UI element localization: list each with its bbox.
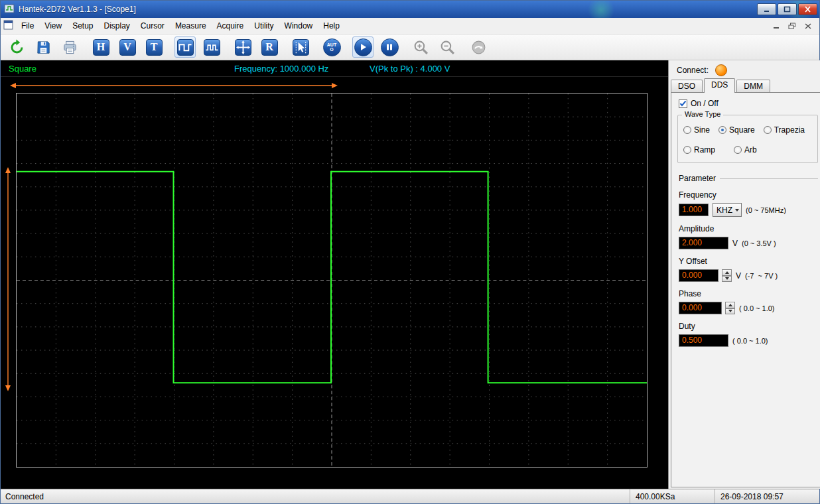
vpp-readout: V(Pk to Pk) : 4.000 V (370, 64, 450, 74)
phase-spinner (725, 302, 735, 314)
dds-tab-page: On / Off Wave Type Sine Square (671, 92, 820, 487)
app-icon (4, 3, 15, 16)
phase-spin-up[interactable] (725, 302, 735, 308)
phase-spin-down[interactable] (725, 308, 735, 315)
mdi-minimize-icon (773, 23, 780, 29)
menu-help[interactable]: Help (318, 19, 345, 33)
radio-sine[interactable]: Sine (683, 125, 710, 135)
radio-arb[interactable]: Arb (734, 145, 757, 155)
menu-setup[interactable]: Setup (67, 19, 98, 33)
period-cursor[interactable] (10, 82, 338, 90)
title-bar: Hantek-2D72 Ver1.1.3 - [Scope1] (1, 1, 819, 18)
scope-display[interactable] (1, 77, 668, 489)
amplitude-range: (0 ~ 3.5V ) (742, 239, 776, 247)
y-offset-spin-up[interactable] (722, 269, 732, 276)
display-settings-button[interactable] (232, 36, 253, 58)
menu-view[interactable]: View (39, 19, 67, 33)
mdi-minimize-button[interactable] (769, 20, 784, 32)
radio-square[interactable]: Square (718, 125, 755, 135)
menu-acquire[interactable]: Acquire (212, 19, 249, 33)
start-button[interactable] (352, 36, 374, 58)
zoom-out-button[interactable] (437, 36, 458, 58)
radio-ramp-label: Ramp (694, 145, 715, 155)
radio-square-label: Square (729, 125, 755, 135)
mdi-restore-button[interactable] (785, 20, 799, 32)
arrow-up-icon (725, 271, 729, 274)
frequency-label: Frequency (679, 190, 818, 200)
waveform-normal-button[interactable] (174, 36, 196, 58)
radio-ramp[interactable]: Ramp (683, 145, 715, 155)
radio-trapezia-circle (764, 126, 772, 134)
menu-display[interactable]: Display (99, 19, 135, 33)
amplitude-label: Amplitude (679, 224, 818, 233)
vertical-button-label: V (119, 39, 136, 56)
frequency-unit-dropdown[interactable]: KHZ (713, 203, 742, 217)
tab-dso[interactable]: DSO (671, 80, 703, 92)
cursor-measure-button[interactable] (290, 36, 311, 58)
phase-input[interactable]: 0.000 (679, 302, 722, 314)
document-icon (3, 20, 13, 32)
horizontal-button[interactable]: H (90, 36, 111, 58)
amplitude-cursor[interactable] (3, 167, 13, 391)
frequency-range: (0 ~ 75MHz) (746, 206, 786, 214)
app-window: Hantek-2D72 Ver1.1.3 - [Scope1] File Vie… (0, 0, 820, 504)
close-button[interactable] (798, 3, 817, 15)
duty-input[interactable]: 0.500 (679, 334, 728, 347)
menu-measure[interactable]: Measure (170, 19, 212, 33)
zoom-in-icon (413, 39, 429, 56)
trigger-button[interactable]: T (143, 36, 165, 58)
radio-trapezia[interactable]: Trapezia (764, 125, 805, 135)
cursor-arrow-icon (293, 40, 308, 55)
wave-type-group: Wave Type Sine Square Trapezia (677, 115, 818, 163)
refresh-button[interactable] (6, 36, 27, 58)
pause-icon (385, 43, 393, 51)
record-button[interactable]: R (259, 36, 280, 58)
chevron-down-icon (735, 209, 739, 212)
minimize-icon (763, 6, 770, 13)
vertical-button[interactable]: V (117, 36, 138, 58)
frequency-readout: Frequency: 1000.000 Hz (234, 64, 328, 74)
save-icon (36, 40, 51, 55)
menu-file[interactable]: File (16, 19, 39, 33)
status-bar: Connected 400.00KSa 26-09-2018 09:57 (1, 489, 819, 503)
y-offset-input[interactable]: 0.000 (679, 269, 718, 282)
mdi-close-button[interactable] (801, 20, 815, 32)
phase-range: ( 0.0 ~ 1.0) (739, 304, 775, 312)
auto-set-button[interactable]: AUTO (321, 36, 342, 58)
waveform-pulse-button[interactable] (201, 36, 222, 58)
on-off-checkbox[interactable] (679, 99, 687, 108)
on-off-label: On / Off (691, 99, 718, 108)
horizontal-button-label: H (93, 39, 109, 56)
duty-label: Duty (679, 322, 818, 331)
menu-window[interactable]: Window (279, 19, 318, 33)
y-offset-spin-down[interactable] (722, 276, 732, 283)
tab-dmm[interactable]: DMM (736, 80, 770, 92)
main-area: Square Frequency: 1000.000 Hz V(Pk to Pk… (1, 60, 819, 489)
tab-dds[interactable]: DDS (704, 78, 735, 93)
menu-bar: File View Setup Display Cursor Measure A… (1, 18, 819, 34)
mdi-restore-icon (788, 23, 796, 30)
frequency-input[interactable]: 1.000 (679, 204, 709, 216)
menu-cursor[interactable]: Cursor (135, 19, 170, 33)
maximize-button[interactable] (778, 3, 797, 15)
radio-sine-label: Sine (694, 125, 710, 135)
minimize-button[interactable] (757, 3, 776, 15)
scope-grid (16, 93, 648, 468)
save-button[interactable] (33, 36, 54, 58)
square-wave-icon (178, 40, 193, 55)
amplitude-input[interactable]: 2.000 (679, 237, 728, 249)
pan-button[interactable] (468, 36, 489, 58)
y-offset-spinner (722, 269, 732, 282)
print-button[interactable] (59, 36, 80, 58)
check-icon (679, 100, 687, 107)
on-off-row: On / Off (679, 99, 818, 108)
window-title: Hantek-2D72 Ver1.1.3 - [Scope1] (19, 5, 756, 14)
pulse-wave-icon (204, 40, 220, 55)
y-offset-range: (-7 ~ 7V ) (745, 272, 778, 280)
datetime: 26-09-2018 09:57 (715, 489, 819, 503)
menu-utility[interactable]: Utility (249, 19, 279, 33)
wave-type-readout: Square (9, 64, 36, 74)
radio-arb-circle (734, 146, 742, 154)
pause-button[interactable] (379, 36, 400, 58)
zoom-in-button[interactable] (410, 36, 431, 58)
